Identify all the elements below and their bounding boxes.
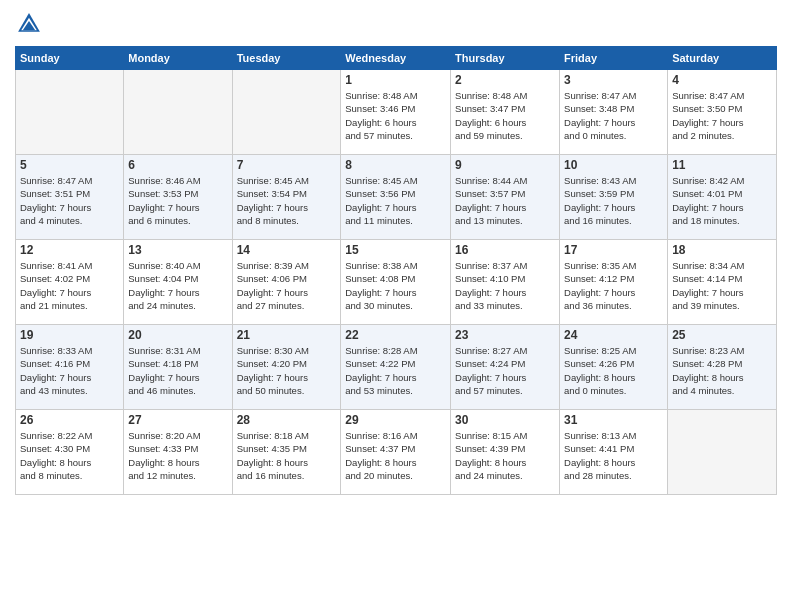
calendar-cell: 28Sunrise: 8:18 AM Sunset: 4:35 PM Dayli… <box>232 410 341 495</box>
day-info: Sunrise: 8:47 AM Sunset: 3:50 PM Dayligh… <box>672 89 772 142</box>
calendar-cell: 20Sunrise: 8:31 AM Sunset: 4:18 PM Dayli… <box>124 325 232 410</box>
header <box>15 10 777 38</box>
calendar-cell: 17Sunrise: 8:35 AM Sunset: 4:12 PM Dayli… <box>560 240 668 325</box>
day-info: Sunrise: 8:13 AM Sunset: 4:41 PM Dayligh… <box>564 429 663 482</box>
day-number: 7 <box>237 158 337 172</box>
day-info: Sunrise: 8:15 AM Sunset: 4:39 PM Dayligh… <box>455 429 555 482</box>
calendar-cell <box>16 70 124 155</box>
day-number: 20 <box>128 328 227 342</box>
day-info: Sunrise: 8:42 AM Sunset: 4:01 PM Dayligh… <box>672 174 772 227</box>
day-info: Sunrise: 8:27 AM Sunset: 4:24 PM Dayligh… <box>455 344 555 397</box>
weekday-header-sunday: Sunday <box>16 47 124 70</box>
logo <box>15 10 47 38</box>
day-info: Sunrise: 8:35 AM Sunset: 4:12 PM Dayligh… <box>564 259 663 312</box>
weekday-header-wednesday: Wednesday <box>341 47 451 70</box>
calendar-cell: 18Sunrise: 8:34 AM Sunset: 4:14 PM Dayli… <box>668 240 777 325</box>
day-info: Sunrise: 8:41 AM Sunset: 4:02 PM Dayligh… <box>20 259 119 312</box>
calendar-week-row: 1Sunrise: 8:48 AM Sunset: 3:46 PM Daylig… <box>16 70 777 155</box>
calendar-cell: 14Sunrise: 8:39 AM Sunset: 4:06 PM Dayli… <box>232 240 341 325</box>
day-number: 19 <box>20 328 119 342</box>
calendar-cell: 29Sunrise: 8:16 AM Sunset: 4:37 PM Dayli… <box>341 410 451 495</box>
page: SundayMondayTuesdayWednesdayThursdayFrid… <box>0 0 792 612</box>
calendar-cell: 3Sunrise: 8:47 AM Sunset: 3:48 PM Daylig… <box>560 70 668 155</box>
day-info: Sunrise: 8:40 AM Sunset: 4:04 PM Dayligh… <box>128 259 227 312</box>
day-number: 22 <box>345 328 446 342</box>
day-info: Sunrise: 8:39 AM Sunset: 4:06 PM Dayligh… <box>237 259 337 312</box>
day-info: Sunrise: 8:45 AM Sunset: 3:56 PM Dayligh… <box>345 174 446 227</box>
day-number: 15 <box>345 243 446 257</box>
weekday-header-monday: Monday <box>124 47 232 70</box>
day-info: Sunrise: 8:48 AM Sunset: 3:47 PM Dayligh… <box>455 89 555 142</box>
calendar-cell: 9Sunrise: 8:44 AM Sunset: 3:57 PM Daylig… <box>451 155 560 240</box>
calendar-cell: 22Sunrise: 8:28 AM Sunset: 4:22 PM Dayli… <box>341 325 451 410</box>
day-info: Sunrise: 8:23 AM Sunset: 4:28 PM Dayligh… <box>672 344 772 397</box>
day-info: Sunrise: 8:48 AM Sunset: 3:46 PM Dayligh… <box>345 89 446 142</box>
day-info: Sunrise: 8:46 AM Sunset: 3:53 PM Dayligh… <box>128 174 227 227</box>
calendar-cell: 26Sunrise: 8:22 AM Sunset: 4:30 PM Dayli… <box>16 410 124 495</box>
calendar-cell: 1Sunrise: 8:48 AM Sunset: 3:46 PM Daylig… <box>341 70 451 155</box>
day-info: Sunrise: 8:33 AM Sunset: 4:16 PM Dayligh… <box>20 344 119 397</box>
calendar-week-row: 5Sunrise: 8:47 AM Sunset: 3:51 PM Daylig… <box>16 155 777 240</box>
day-number: 25 <box>672 328 772 342</box>
calendar-cell: 27Sunrise: 8:20 AM Sunset: 4:33 PM Dayli… <box>124 410 232 495</box>
day-number: 24 <box>564 328 663 342</box>
day-number: 21 <box>237 328 337 342</box>
day-number: 11 <box>672 158 772 172</box>
day-number: 17 <box>564 243 663 257</box>
day-info: Sunrise: 8:45 AM Sunset: 3:54 PM Dayligh… <box>237 174 337 227</box>
day-number: 1 <box>345 73 446 87</box>
calendar-cell: 30Sunrise: 8:15 AM Sunset: 4:39 PM Dayli… <box>451 410 560 495</box>
day-info: Sunrise: 8:28 AM Sunset: 4:22 PM Dayligh… <box>345 344 446 397</box>
weekday-header-friday: Friday <box>560 47 668 70</box>
calendar-cell: 4Sunrise: 8:47 AM Sunset: 3:50 PM Daylig… <box>668 70 777 155</box>
day-number: 28 <box>237 413 337 427</box>
day-number: 16 <box>455 243 555 257</box>
calendar-cell: 8Sunrise: 8:45 AM Sunset: 3:56 PM Daylig… <box>341 155 451 240</box>
calendar-cell: 2Sunrise: 8:48 AM Sunset: 3:47 PM Daylig… <box>451 70 560 155</box>
day-info: Sunrise: 8:44 AM Sunset: 3:57 PM Dayligh… <box>455 174 555 227</box>
day-number: 23 <box>455 328 555 342</box>
day-number: 5 <box>20 158 119 172</box>
calendar-cell: 10Sunrise: 8:43 AM Sunset: 3:59 PM Dayli… <box>560 155 668 240</box>
calendar-cell: 31Sunrise: 8:13 AM Sunset: 4:41 PM Dayli… <box>560 410 668 495</box>
calendar-week-row: 12Sunrise: 8:41 AM Sunset: 4:02 PM Dayli… <box>16 240 777 325</box>
day-number: 2 <box>455 73 555 87</box>
calendar-cell <box>124 70 232 155</box>
calendar-cell <box>668 410 777 495</box>
day-info: Sunrise: 8:16 AM Sunset: 4:37 PM Dayligh… <box>345 429 446 482</box>
day-info: Sunrise: 8:31 AM Sunset: 4:18 PM Dayligh… <box>128 344 227 397</box>
weekday-header-saturday: Saturday <box>668 47 777 70</box>
day-info: Sunrise: 8:25 AM Sunset: 4:26 PM Dayligh… <box>564 344 663 397</box>
day-number: 27 <box>128 413 227 427</box>
day-number: 18 <box>672 243 772 257</box>
calendar-cell: 11Sunrise: 8:42 AM Sunset: 4:01 PM Dayli… <box>668 155 777 240</box>
day-number: 30 <box>455 413 555 427</box>
calendar-cell: 15Sunrise: 8:38 AM Sunset: 4:08 PM Dayli… <box>341 240 451 325</box>
calendar-cell: 13Sunrise: 8:40 AM Sunset: 4:04 PM Dayli… <box>124 240 232 325</box>
logo-icon <box>15 10 43 38</box>
day-info: Sunrise: 8:37 AM Sunset: 4:10 PM Dayligh… <box>455 259 555 312</box>
day-number: 13 <box>128 243 227 257</box>
calendar-week-row: 19Sunrise: 8:33 AM Sunset: 4:16 PM Dayli… <box>16 325 777 410</box>
day-number: 12 <box>20 243 119 257</box>
calendar-cell: 25Sunrise: 8:23 AM Sunset: 4:28 PM Dayli… <box>668 325 777 410</box>
day-info: Sunrise: 8:43 AM Sunset: 3:59 PM Dayligh… <box>564 174 663 227</box>
day-number: 3 <box>564 73 663 87</box>
day-number: 26 <box>20 413 119 427</box>
calendar-table: SundayMondayTuesdayWednesdayThursdayFrid… <box>15 46 777 495</box>
day-number: 9 <box>455 158 555 172</box>
weekday-header-tuesday: Tuesday <box>232 47 341 70</box>
calendar-week-row: 26Sunrise: 8:22 AM Sunset: 4:30 PM Dayli… <box>16 410 777 495</box>
day-number: 29 <box>345 413 446 427</box>
day-number: 6 <box>128 158 227 172</box>
day-info: Sunrise: 8:38 AM Sunset: 4:08 PM Dayligh… <box>345 259 446 312</box>
day-info: Sunrise: 8:34 AM Sunset: 4:14 PM Dayligh… <box>672 259 772 312</box>
calendar-cell: 7Sunrise: 8:45 AM Sunset: 3:54 PM Daylig… <box>232 155 341 240</box>
day-info: Sunrise: 8:18 AM Sunset: 4:35 PM Dayligh… <box>237 429 337 482</box>
day-number: 8 <box>345 158 446 172</box>
weekday-header-thursday: Thursday <box>451 47 560 70</box>
calendar-cell: 6Sunrise: 8:46 AM Sunset: 3:53 PM Daylig… <box>124 155 232 240</box>
day-info: Sunrise: 8:20 AM Sunset: 4:33 PM Dayligh… <box>128 429 227 482</box>
calendar-cell: 23Sunrise: 8:27 AM Sunset: 4:24 PM Dayli… <box>451 325 560 410</box>
day-number: 31 <box>564 413 663 427</box>
